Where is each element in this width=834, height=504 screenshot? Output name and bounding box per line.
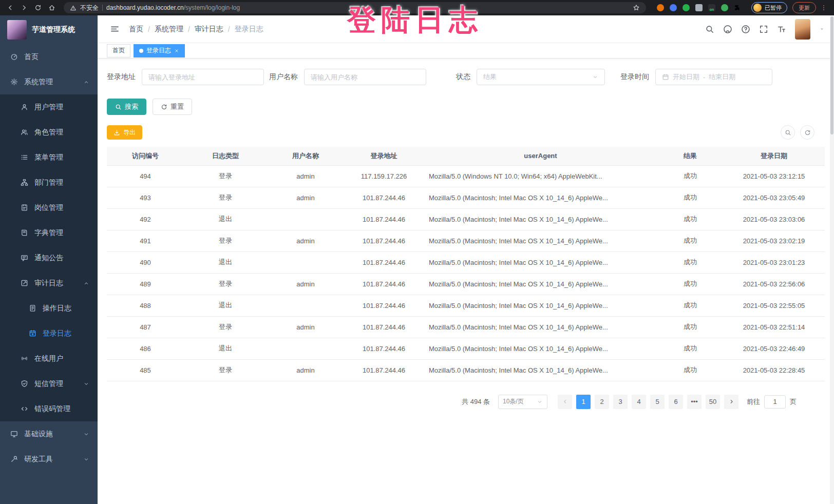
sidebar-item-system-management[interactable]: 系统管理 xyxy=(0,69,98,94)
search-icon xyxy=(785,129,791,136)
table-cell: Mozilla/5.0 (Macintosh; Intel Mac OS X 1… xyxy=(424,338,657,359)
sidebar-item-infrastructure[interactable]: 基础设施 xyxy=(0,421,98,447)
extension-orange-circle[interactable] xyxy=(657,4,664,11)
sidebar-item-home[interactable]: 首页 xyxy=(0,44,98,69)
table-cell: admin xyxy=(267,316,344,338)
table-cell: 490 xyxy=(107,251,184,273)
refresh-table-button[interactable] xyxy=(800,125,814,140)
export-button[interactable]: 导出 xyxy=(107,125,142,140)
extension-green-circle[interactable] xyxy=(683,4,690,11)
page-button-2[interactable]: 2 xyxy=(595,395,609,409)
prev-page-button[interactable] xyxy=(558,395,572,409)
goto-page-input[interactable] xyxy=(764,395,786,409)
back-icon xyxy=(7,4,14,11)
user-management-icon xyxy=(21,103,28,111)
breadcrumb-item[interactable]: 首页 xyxy=(129,25,143,34)
table-cell: 117.159.17.226 xyxy=(344,165,424,187)
sidebar-item-sms-management[interactable]: 短信管理 xyxy=(0,371,98,396)
form-actions: 搜索 重置 xyxy=(107,99,825,115)
tag-close-icon xyxy=(174,48,179,53)
github-icon[interactable] xyxy=(723,25,732,34)
page-url: dashboard.yudao.iocoder.cn/system/log/lo… xyxy=(106,4,240,11)
extension-grid[interactable] xyxy=(695,4,703,11)
page-size-value: 10条/页 xyxy=(503,397,524,406)
table-cell: 成功 xyxy=(657,208,723,230)
avatar-caret-icon[interactable] xyxy=(819,26,825,32)
tag-home[interactable]: 首页 xyxy=(107,44,130,57)
tag-login-log[interactable]: 登录日志 xyxy=(134,44,185,57)
sidebar-item-notice-announcement[interactable]: 通知公告 xyxy=(0,245,98,270)
table-cell: 101.87.244.46 xyxy=(344,273,424,295)
header-search-icon[interactable] xyxy=(705,25,714,34)
bookmark-star-icon[interactable] xyxy=(633,4,640,11)
department-management-icon xyxy=(21,179,28,186)
sidebar-item-dict-management[interactable]: 字典管理 xyxy=(0,220,98,245)
filter-login-address: 登录地址 xyxy=(107,69,264,85)
sidebar-item-post-management[interactable]: 岗位管理 xyxy=(0,195,98,220)
help-icon[interactable] xyxy=(741,25,750,34)
browser-scrollbar[interactable] xyxy=(830,15,834,504)
sidebar-item-user-management[interactable]: 用户管理 xyxy=(0,94,98,120)
browser-menu-button[interactable] xyxy=(818,2,830,14)
sms-management-icon xyxy=(21,380,28,387)
page-button-4[interactable]: 4 xyxy=(632,395,646,409)
browser-back-button[interactable] xyxy=(4,2,16,14)
extension-on-badge[interactable]: on xyxy=(708,4,715,11)
table-cell: 退出 xyxy=(184,295,267,316)
extension-leaf[interactable] xyxy=(721,4,728,11)
breadcrumb-separator: / xyxy=(228,25,230,33)
next-page-button[interactable] xyxy=(724,395,738,409)
status-select[interactable]: 结果 xyxy=(477,69,605,85)
scrollbar-thumb[interactable] xyxy=(830,16,833,134)
page-button-50[interactable]: 50 xyxy=(706,395,720,409)
filter-login-time: 登录时间开始日期-结束日期 xyxy=(620,69,772,85)
sidebar-item-operation-log[interactable]: 操作日志 xyxy=(0,296,98,321)
collapse-sidebar-icon[interactable] xyxy=(110,24,120,34)
table-cell: 2021-05-03 23:12:15 xyxy=(723,165,825,187)
reset-button[interactable]: 重置 xyxy=(153,99,192,115)
username-input[interactable] xyxy=(304,69,426,85)
breadcrumb-item[interactable]: 系统管理 xyxy=(155,25,183,34)
page-button-5[interactable]: 5 xyxy=(650,395,665,409)
user-avatar[interactable] xyxy=(795,19,810,40)
toggle-search-button[interactable] xyxy=(781,125,795,140)
table-row: 494登录admin117.159.17.226Mozilla/5.0 (Win… xyxy=(107,165,825,187)
table-cell: 101.87.244.46 xyxy=(344,187,424,208)
role-management-icon xyxy=(21,128,28,136)
app-title: 芋道管理系统 xyxy=(32,25,75,34)
browser-reload-button[interactable] xyxy=(32,2,44,14)
page-button-3[interactable]: 3 xyxy=(613,395,628,409)
browser-update-button[interactable]: 更新 xyxy=(792,2,816,13)
table-tools xyxy=(781,125,814,140)
browser-profile-chip[interactable]: 已暂停 xyxy=(751,2,787,13)
chevron-down-icon xyxy=(83,381,89,387)
search-button[interactable]: 搜索 xyxy=(107,99,146,115)
page-button-6[interactable]: 6 xyxy=(669,395,683,409)
login-time-range-picker[interactable]: 开始日期-结束日期 xyxy=(655,69,772,85)
fullscreen-icon[interactable] xyxy=(759,25,768,34)
page-button-1[interactable]: 1 xyxy=(576,395,591,409)
table-cell: Mozilla/5.0 (Macintosh; Intel Mac OS X 1… xyxy=(424,230,657,251)
login-address-input[interactable] xyxy=(142,69,264,85)
sidebar-item-audit-log[interactable]: 审计日志 xyxy=(0,270,98,296)
sidebar-menu: 首页系统管理用户管理角色管理菜单管理部门管理岗位管理字典管理通知公告审计日志操作… xyxy=(0,44,98,472)
extension-puzzle[interactable] xyxy=(734,4,741,11)
chevron-right-icon xyxy=(728,398,735,405)
app-logo[interactable]: 芋道管理系统 xyxy=(0,15,98,44)
sidebar-item-menu-management[interactable]: 菜单管理 xyxy=(0,145,98,170)
browser-forward-button[interactable] xyxy=(18,2,30,14)
table-cell: 登录 xyxy=(184,273,267,295)
breadcrumb-item[interactable]: 审计日志 xyxy=(195,25,223,34)
sidebar-item-dev-tools[interactable]: 研发工具 xyxy=(0,447,98,472)
sidebar-item-role-management[interactable]: 角色管理 xyxy=(0,120,98,145)
page-ellipsis[interactable]: ••• xyxy=(687,395,702,409)
extension-blue-drop[interactable] xyxy=(670,4,677,11)
sidebar-item-department-management[interactable]: 部门管理 xyxy=(0,170,98,195)
sidebar-item-error-code-management[interactable]: 错误码管理 xyxy=(0,396,98,421)
browser-home-button[interactable] xyxy=(46,2,58,14)
sidebar-item-online-users[interactable]: 在线用户 xyxy=(0,346,98,371)
page-size-select[interactable]: 10条/页 xyxy=(498,395,547,409)
table-cell: admin xyxy=(267,359,344,381)
sidebar-item-login-log[interactable]: 登录日志 xyxy=(0,321,98,346)
font-size-icon[interactable] xyxy=(777,25,786,34)
